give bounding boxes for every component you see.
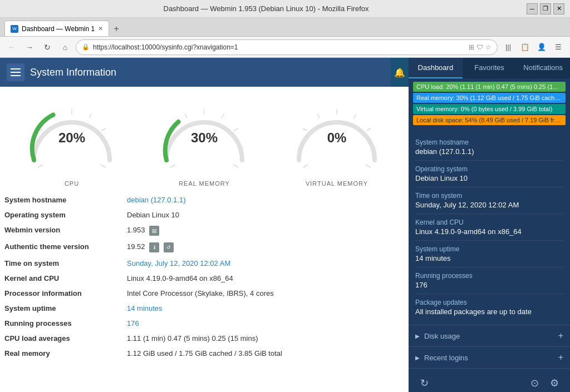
real-memory-gauge: 30% REAL MEMORY (149, 98, 260, 187)
svg-line-0 (38, 165, 43, 167)
recent-logins-section: ▶ Recent logins + (409, 346, 570, 368)
svg-line-18 (233, 165, 238, 167)
real-memory-gauge-label: REAL MEMORY (179, 180, 230, 187)
sidebar-label-uptime: System uptime (415, 245, 563, 253)
info-label: Processor information (0, 286, 122, 301)
cpu-gauge: 20% CPU (16, 98, 127, 187)
virtual-alert-bar[interactable]: Virtual memory: 0% (0 bytes used / 3.99 … (413, 104, 566, 114)
disk-usage-add-icon[interactable]: + (558, 331, 563, 341)
info-label: CPU load averages (0, 331, 122, 346)
svg-line-13 (185, 114, 187, 118)
left-content: System Information 🔔 (0, 58, 409, 392)
refresh-button[interactable]: ↻ (415, 374, 433, 392)
cpu-alert-bar[interactable]: CPU load: 20% (1.11 (1 min) 0.47 (5 mins… (413, 82, 566, 92)
hamburger-line-3 (11, 75, 21, 76)
title-bar: Dashboard — Webmin 1.953 (Debian Linux 1… (0, 0, 570, 18)
theme-info-icon[interactable]: ℹ (149, 242, 159, 252)
tab-favorites[interactable]: Favorites (463, 58, 517, 78)
info-value: 14 minutes (122, 301, 409, 316)
minimize-button[interactable]: ─ (527, 3, 538, 14)
hostname-link[interactable]: debian (127.0.1.1) (127, 196, 186, 204)
info-label: Authentic theme version (0, 239, 122, 256)
sidebar-row-os: Operating system Debian Linux 10 (415, 161, 563, 187)
sidebar-row-packages: Package updates All installed packages a… (415, 294, 563, 320)
info-label: Time on system (0, 256, 122, 271)
sidebar-bottom: ↻ ⊙ ⚙ (409, 368, 570, 392)
window-title: Dashboard — Webmin 1.953 (Debian Linux 1… (6, 4, 527, 13)
sidebar-toggle-icon[interactable]: ||| (501, 40, 515, 54)
svg-line-23 (317, 114, 320, 118)
svg-line-6 (102, 128, 106, 131)
svg-line-20 (303, 165, 308, 167)
close-button[interactable]: ✕ (553, 3, 564, 14)
hamburger-button[interactable] (7, 63, 24, 81)
time-link[interactable]: Sunday, July 12, 2020 12:02 AM (127, 259, 230, 267)
reader-icon[interactable]: ⊞ (469, 43, 474, 51)
maximize-button[interactable]: ❐ (540, 3, 551, 14)
svg-text:20%: 20% (58, 130, 85, 145)
info-value: Sunday, July 12, 2020 12:02 AM (122, 256, 409, 271)
window-controls-right[interactable]: ─ ❐ ✕ (527, 3, 564, 14)
back-button[interactable]: ← (4, 40, 19, 54)
sidebar-value-time: Sunday, July 12, 2020 12:02 AM (415, 201, 563, 209)
sidebar-label-kernel: Kernel and CPU (415, 219, 563, 226)
info-label: Real memory (0, 346, 122, 361)
menu-icon[interactable]: ☰ (551, 40, 566, 54)
disk-usage-label: Disk usage (424, 332, 558, 340)
address-input[interactable]: 🔒 https://localhost:10000/sysinfo.cgi?xn… (76, 39, 498, 55)
info-label: Webmin version (0, 222, 122, 239)
svg-line-10 (170, 165, 175, 167)
info-value: 176 (122, 316, 409, 331)
webmin-version-icon[interactable]: ▤ (149, 226, 159, 236)
tab-close-button[interactable]: ✕ (98, 25, 103, 32)
uptime-link[interactable]: 14 minutes (127, 304, 163, 312)
table-row: Processor information Intel Core Process… (0, 286, 409, 301)
address-icons: ⊞ 🛡 ☆ (469, 43, 492, 51)
sidebar-value-kernel: Linux 4.19.0-9-amd64 on x86_64 (415, 227, 563, 236)
sidebar-value-uptime: 14 minutes (415, 254, 563, 262)
info-value: Intel Core Processor (Skylake, IBRS), 4 … (122, 286, 409, 301)
theme-icon2[interactable]: ↺ (164, 242, 174, 252)
disk-alert-bar[interactable]: Local disk space: 54% (8.49 GiB used / 7… (413, 115, 566, 125)
recent-logins-add-icon[interactable]: + (558, 353, 563, 363)
main-layout: System Information 🔔 (0, 58, 570, 392)
hamburger-line-2 (11, 72, 21, 73)
bookmark-check-icon[interactable]: 🛡 (476, 43, 483, 51)
notifications-bell-button[interactable]: 🔔 (391, 58, 409, 87)
sidebar-info: System hostname debian (127.0.1.1) Opera… (409, 130, 570, 325)
activity-icon[interactable]: ⊙ (525, 374, 543, 392)
tab-bar: W Dashboard — Webmin 1 ✕ + (0, 18, 570, 37)
star-icon[interactable]: ☆ (485, 43, 492, 51)
tab-dashboard[interactable]: Dashboard (409, 58, 463, 78)
info-label: Operating system (0, 207, 122, 222)
security-icon: 🔒 (82, 43, 90, 51)
info-label: Kernel and CPU (0, 271, 122, 286)
forward-button[interactable]: → (22, 40, 37, 54)
home-button[interactable]: ⌂ (58, 40, 72, 54)
table-row: Authentic theme version 19.52 ℹ ↺ (0, 239, 409, 256)
disk-usage-header[interactable]: ▶ Disk usage + (409, 325, 570, 346)
table-row: Real memory 1.12 GiB used / 1.75 GiB cac… (0, 346, 409, 361)
info-value: 19.52 ℹ ↺ (122, 239, 409, 256)
active-tab[interactable]: W Dashboard — Webmin 1 ✕ (4, 21, 109, 36)
settings-icon[interactable]: ⚙ (546, 374, 563, 392)
profile-icon[interactable]: 👤 (534, 40, 549, 54)
recent-logins-header[interactable]: ▶ Recent logins + (409, 347, 570, 368)
svg-line-16 (234, 128, 238, 131)
sidebar-value-hostname: debian (127.0.1.1) (415, 147, 563, 156)
processes-link[interactable]: 176 (127, 319, 139, 328)
virtual-memory-gauge-svg: 0% (287, 98, 387, 176)
hamburger-line-1 (11, 68, 21, 70)
info-label: System hostname (0, 192, 122, 207)
info-value: 1.953 ▤ (122, 222, 409, 239)
sidebar-label-time: Time on system (415, 192, 563, 200)
reload-button[interactable]: ↻ (40, 40, 55, 54)
sidebar-tabs: Dashboard Favorites Notifications (409, 58, 570, 78)
table-row: Operating system Debian Linux 10 (0, 207, 409, 222)
memory-alert-bar[interactable]: Real memory: 30% (1.12 GiB used / 1.75 G… (413, 93, 566, 103)
new-tab-button[interactable]: + (109, 22, 124, 36)
tab-notifications[interactable]: Notifications (516, 58, 570, 78)
synced-tabs-icon[interactable]: 📋 (518, 40, 532, 54)
svg-line-5 (89, 114, 91, 118)
sidebar-label-processes: Running processes (415, 272, 563, 280)
